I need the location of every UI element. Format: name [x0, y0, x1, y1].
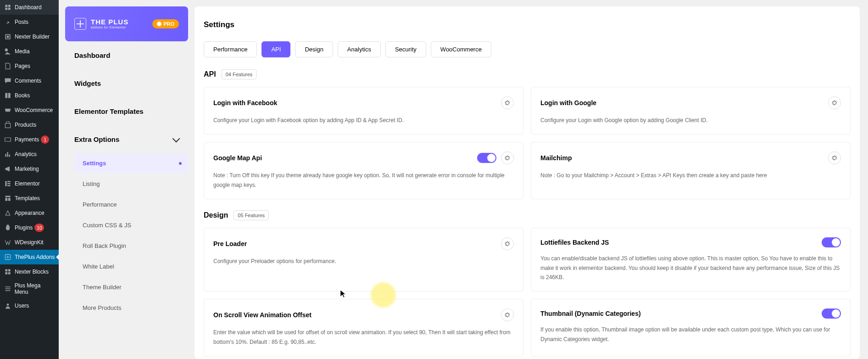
wp-menu-media[interactable]: Media [0, 44, 59, 59]
svg-rect-10 [8, 272, 11, 275]
feature-card-header: Login with Facebook [213, 96, 514, 109]
gear-icon[interactable] [501, 151, 514, 164]
wp-menu-wdesignkit[interactable]: WDesignKit [0, 235, 59, 250]
plugin-subnav-settings[interactable]: Settings [74, 153, 188, 173]
wp-menu-products[interactable]: Products [0, 118, 59, 132]
feature-card-header: Login with Google [540, 96, 841, 109]
tab-api[interactable]: API [262, 41, 290, 57]
main-card: Settings PerformanceAPIDesignAnalyticsSe… [195, 6, 860, 359]
wp-menu-users[interactable]: Users [0, 298, 59, 313]
wp-menu-templates[interactable]: Templates [0, 191, 59, 206]
wp-menu-nexter-blocks[interactable]: Nexter Blocks [0, 264, 59, 279]
wp-menu-plus-mega-menu[interactable]: Plus Mega Menu [0, 279, 59, 298]
feature-card-header: Mailchimp [540, 151, 841, 164]
wp-menu-label: Comments [15, 78, 41, 84]
template-icon [4, 194, 12, 202]
plugin-nav-widgets[interactable]: Widgets [65, 69, 188, 97]
tab-woocommerce[interactable]: WooCommerce [431, 41, 491, 57]
wp-menu-appearance[interactable]: Appearance [0, 206, 59, 220]
feature-card-description: Configure your Login with Google option … [540, 116, 841, 125]
marketing-icon [4, 165, 12, 173]
feature-card: Thumbnail (Dynamic Categories)If you ena… [531, 299, 851, 356]
wp-menu-nexter-builder[interactable]: Nexter Builder [0, 29, 59, 44]
wp-menu-label: Payments [15, 136, 39, 143]
tab-security[interactable]: Security [385, 41, 426, 57]
plugin-subnav-more-products[interactable]: More Products [74, 298, 188, 318]
wp-menu-posts[interactable]: Posts [0, 15, 59, 29]
feature-card-actions [477, 151, 514, 164]
feature-card-title: Mailchimp [540, 154, 572, 162]
plugin-nav-dashboard[interactable]: Dashboard [65, 41, 188, 69]
svg-rect-2 [5, 181, 6, 186]
wp-menu-label: Analytics [15, 151, 37, 157]
media-icon [4, 47, 12, 56]
feature-card-actions [828, 96, 841, 109]
feature-card-description: Enter the value which will be used for o… [213, 328, 514, 347]
plugin-nav-elementor-templates[interactable]: Elementor Templates [65, 97, 188, 125]
wp-menu-plugins[interactable]: Plugins10 [0, 220, 59, 235]
feature-toggle[interactable] [822, 237, 841, 247]
gear-icon[interactable] [828, 96, 841, 109]
plugin-logo: THE PLUS addons for Elementor [74, 18, 128, 30]
section-header-design: Design05 Features [204, 210, 851, 220]
plugin-subnav-white-label[interactable]: White Label [74, 257, 188, 276]
svg-rect-4 [7, 183, 10, 184]
wp-menu-label: Nexter Blocks [15, 269, 49, 275]
pro-badge-icon [157, 22, 161, 26]
wp-menu-payments[interactable]: Payments1 [0, 132, 59, 147]
feature-card-actions [501, 237, 514, 250]
feature-toggle[interactable] [822, 309, 841, 319]
feature-card-description: Configure your Login with Facebook optio… [213, 116, 514, 125]
wp-menu-dashboard[interactable]: Dashboard [0, 0, 59, 15]
wp-menu-pages[interactable]: Pages [0, 59, 59, 73]
wp-menu-comments[interactable]: Comments [0, 73, 59, 88]
page-title: Settings [204, 20, 851, 29]
feature-card: Login with FacebookConfigure your Login … [204, 87, 523, 135]
wp-menu-label: WooCommerce [15, 107, 53, 113]
feature-card-title: Lottiefiles Backend JS [540, 239, 609, 246]
wp-menu-badge: 10 [34, 224, 44, 232]
toggle-thumb [487, 154, 495, 162]
tab-performance[interactable]: Performance [204, 41, 257, 57]
chevron-down-icon [172, 135, 180, 142]
tab-analytics[interactable]: Analytics [338, 41, 381, 57]
plugin-subnav-theme-builder[interactable]: Theme Builder [74, 277, 188, 297]
feature-card: Login with GoogleConfigure your Login wi… [531, 87, 851, 135]
feature-card-title: Google Map Api [213, 154, 262, 162]
wp-menu-elementor[interactable]: Elementor [0, 176, 59, 191]
feature-card-description: Note : Go to your Mailchimp > Account > … [540, 171, 841, 180]
elementor-icon [4, 180, 12, 188]
tab-design[interactable]: Design [295, 41, 333, 57]
feature-card-header: On Scroll View Animation Offset [213, 309, 514, 321]
payment-icon [4, 135, 12, 144]
plugin-subnav-performance[interactable]: Performance [74, 195, 188, 214]
plugin-nav-extra-options[interactable]: Extra Options [65, 125, 188, 153]
feature-toggle[interactable] [477, 153, 496, 163]
gear-icon[interactable] [828, 151, 841, 164]
feature-card-description: If you enable this option, Thumbnail ima… [540, 325, 841, 344]
feature-card-actions [828, 151, 841, 164]
gear-icon[interactable] [501, 237, 514, 250]
gear-icon[interactable] [501, 309, 514, 321]
gear-icon[interactable] [501, 96, 514, 109]
section-title: Design [204, 211, 228, 219]
svg-point-11 [7, 303, 9, 306]
plugin-subnav-listing[interactable]: Listing [74, 174, 188, 194]
plugin-subnav-roll-back-plugin[interactable]: Roll Back Plugin [74, 236, 188, 256]
wp-menu-analytics[interactable]: Analytics [0, 147, 59, 162]
svg-rect-5 [7, 185, 10, 186]
wp-menu-woocommerce[interactable]: WooCommerce [0, 103, 59, 118]
wp-menu-label: Plugins [15, 224, 33, 231]
theplus-icon [4, 253, 12, 261]
wp-menu-books[interactable]: Books [0, 88, 59, 103]
toggle-thumb [832, 238, 840, 247]
wp-menu-marketing[interactable]: Marketing [0, 162, 59, 176]
feature-card-header: Pre Loader [213, 237, 514, 250]
plugin-subnav-custom-css-js[interactable]: Custom CSS & JS [74, 215, 188, 235]
wp-menu-theplus-addons[interactable]: ThePlus Addons [0, 250, 59, 264]
feature-card-title: Login with Google [540, 99, 596, 107]
wp-menu-label: Users [15, 303, 29, 309]
plugin-brand-header: THE PLUS addons for Elementor PRO [65, 6, 188, 41]
svg-rect-7 [5, 269, 7, 271]
nexter-icon [4, 33, 12, 41]
